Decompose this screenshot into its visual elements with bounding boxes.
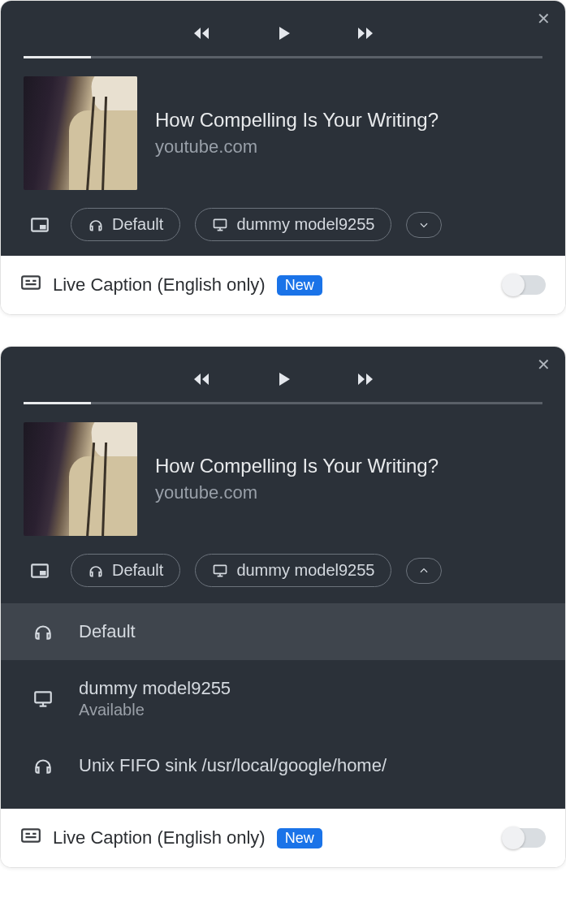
new-badge: New: [277, 828, 322, 848]
svg-rect-5: [40, 225, 46, 229]
media-thumbnail: [24, 422, 137, 536]
media-panel-collapsed: ✕ How Compelling Is Your Writing? youtub…: [0, 0, 566, 315]
caption-icon: [20, 825, 41, 851]
device-chip[interactable]: dummy model9255: [195, 554, 391, 587]
previous-icon[interactable]: [191, 24, 210, 43]
close-icon[interactable]: ✕: [537, 9, 551, 28]
media-thumbnail: [24, 76, 137, 190]
play-icon[interactable]: [274, 24, 293, 43]
media-controls: [1, 1, 565, 56]
caption-toggle[interactable]: [503, 828, 546, 848]
chip-label: Default: [112, 561, 163, 580]
next-icon[interactable]: [356, 369, 376, 389]
close-icon[interactable]: ✕: [537, 355, 551, 374]
play-icon[interactable]: [274, 369, 293, 389]
progress-fill: [24, 56, 91, 58]
media-text: How Compelling Is Your Writing? youtube.…: [155, 455, 439, 503]
media-controls: [1, 347, 565, 402]
progress-fill: [24, 402, 91, 404]
live-caption-footer: Live Caption (English only) New: [1, 256, 565, 314]
monitor-icon: [32, 689, 54, 710]
media-dark-area: ✕ How Compelling Is Your Writing? youtub…: [1, 1, 565, 256]
chip-row: Default dummy model9255: [1, 554, 565, 587]
caption-icon: [20, 272, 41, 298]
pip-icon[interactable]: [24, 209, 56, 241]
chip-label: Default: [112, 215, 163, 234]
expand-devices-button[interactable]: [406, 212, 442, 238]
device-chip[interactable]: dummy model9255: [195, 208, 391, 241]
new-badge: New: [277, 275, 322, 296]
media-title: How Compelling Is Your Writing?: [155, 455, 439, 477]
caption-label: Live Caption (English only): [53, 274, 266, 296]
svg-rect-7: [40, 571, 46, 575]
chip-row: Default dummy model9255: [1, 208, 565, 241]
device-item-model[interactable]: dummy model9255 Available: [1, 660, 565, 737]
live-caption-footer: Live Caption (English only) New: [1, 809, 565, 867]
media-panel-expanded: ✕ How Compelling Is Your Writing? youtub…: [0, 346, 566, 868]
device-item-fifo[interactable]: Unix FIFO sink /usr/local/google/home/: [1, 737, 565, 794]
chip-label: dummy model9255: [236, 561, 374, 580]
chip-label: dummy model9255: [236, 215, 374, 234]
media-source: youtube.com: [155, 482, 439, 503]
headphones-icon: [32, 621, 54, 642]
device-name: dummy model9255: [79, 678, 231, 699]
collapse-devices-button[interactable]: [406, 558, 442, 584]
progress-bar[interactable]: [24, 56, 542, 58]
default-output-chip[interactable]: Default: [71, 554, 180, 587]
progress-bar[interactable]: [24, 402, 542, 404]
media-dark-area: ✕ How Compelling Is Your Writing? youtub…: [1, 347, 565, 809]
caption-label: Live Caption (English only): [53, 827, 266, 848]
device-item-default[interactable]: Default: [1, 603, 565, 660]
default-output-chip[interactable]: Default: [71, 208, 180, 241]
media-text: How Compelling Is Your Writing? youtube.…: [155, 109, 439, 158]
headphones-icon: [32, 755, 54, 776]
previous-icon[interactable]: [191, 369, 210, 389]
media-info-row: How Compelling Is Your Writing? youtube.…: [1, 404, 565, 554]
pip-icon[interactable]: [24, 555, 56, 587]
media-title: How Compelling Is Your Writing?: [155, 109, 439, 132]
media-info-row: How Compelling Is Your Writing? youtube.…: [1, 58, 565, 208]
media-source: youtube.com: [155, 136, 439, 158]
device-status: Available: [79, 701, 231, 719]
next-icon[interactable]: [356, 24, 376, 43]
caption-toggle[interactable]: [503, 275, 546, 295]
device-name: Default: [79, 621, 136, 642]
device-name: Unix FIFO sink /usr/local/google/home/: [79, 755, 387, 776]
device-list: Default dummy model9255 Available Unix F…: [1, 603, 565, 794]
